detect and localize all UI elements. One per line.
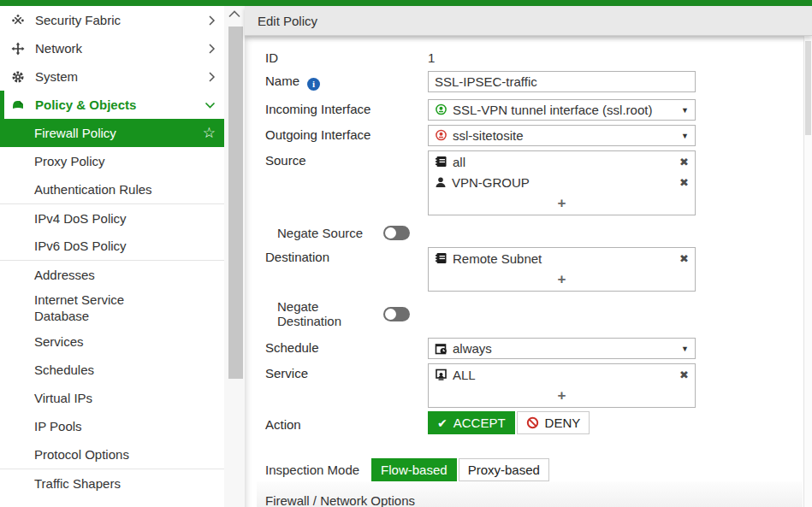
remove-entry-icon[interactable]: ✖	[679, 253, 689, 264]
recurring-schedule-icon	[435, 343, 447, 355]
sidebar-item-policy-objects[interactable]: Policy & Objects	[0, 91, 224, 119]
sidebar-item-label: Proxy Policy	[34, 154, 105, 168]
sidebar-item-proxy-policy[interactable]: Proxy Policy	[0, 147, 224, 175]
edit-policy-form: ID 1 Namei SSL-IPSEC-traffic Incoming In…	[265, 48, 812, 481]
outgoing-interface-select[interactable]: ssl-sitetosite ▼	[428, 125, 696, 146]
sidebar-item-label: Protocol Options	[34, 447, 129, 462]
form-row-schedule: Schedule always ▼	[265, 338, 812, 359]
sidebar-item-ipv4-dos-policy[interactable]: IPv4 DoS Policy	[0, 203, 224, 232]
form-row-action: Action ✔ ACCEPT DENY	[265, 411, 812, 434]
sidebar-item-ipv6-dos-policy[interactable]: IPv6 DoS Policy	[0, 232, 224, 260]
favorite-star-icon[interactable]: ☆	[203, 126, 216, 140]
form-row-negate-destination: Negate Destination	[265, 299, 812, 328]
flow-based-button[interactable]: Flow-based	[371, 458, 457, 481]
incoming-interface-select[interactable]: SSL-VPN tunnel interface (ssl.root) ▼	[428, 99, 696, 121]
sidebar-item-traffic-shapers[interactable]: Traffic Shapers	[0, 469, 224, 497]
outgoing-interface-value: ssl-sitetosite	[453, 128, 678, 143]
security-fabric-icon	[11, 14, 29, 27]
sidebar-item-addresses[interactable]: Addresses	[0, 260, 224, 288]
deny-prohibit-icon	[526, 416, 539, 429]
sidebar-item-label: Addresses	[34, 268, 95, 282]
content-scrollbar[interactable]	[803, 36, 812, 507]
incoming-interface-value: SSL-VPN tunnel interface (ssl.root)	[453, 103, 678, 117]
form-row-negate-source: Negate Source	[265, 226, 812, 240]
form-row-id: ID 1	[265, 48, 812, 65]
form-row-incoming-interface: Incoming Interface SSL-VPN tunnel interf…	[265, 99, 812, 121]
source-entry-name: all	[453, 155, 465, 169]
negate-destination-label: Negate Destination	[277, 299, 383, 328]
chevron-right-icon	[208, 43, 216, 54]
negate-destination-toggle[interactable]	[383, 307, 410, 321]
dropdown-caret-icon: ▼	[681, 106, 689, 115]
name-input[interactable]: SSL-IPSEC-traffic	[428, 71, 696, 92]
scroll-up-arrow-icon[interactable]	[226, 9, 243, 21]
form-row-outgoing-interface: Outgoing Interface ssl-sitetosite ▼	[265, 125, 812, 146]
destination-entry-remote-subnet[interactable]: Remote Subnet ✖	[429, 248, 695, 268]
dropdown-caret-icon: ▼	[681, 345, 689, 353]
flow-based-label: Flow-based	[381, 463, 447, 477]
source-entry-all[interactable]: all ✖	[429, 151, 695, 172]
form-row-service: Service ALL ✖ +	[265, 363, 812, 408]
check-icon: ✔	[437, 416, 447, 430]
proxy-based-button[interactable]: Proxy-based	[459, 458, 549, 481]
sidebar-item-label: Internet Service Database	[34, 292, 175, 324]
user-group-icon	[435, 176, 447, 188]
info-icon[interactable]: i	[307, 78, 320, 91]
destination-add-button[interactable]: +	[429, 268, 695, 291]
destination-label: Destination	[265, 247, 428, 264]
sidebar-item-label: Virtual IPs	[34, 391, 92, 405]
sidebar-item-protocol-options[interactable]: Protocol Options	[0, 440, 224, 469]
id-label: ID	[265, 48, 428, 65]
firewall-network-options-section-header: Firewall / Network Options	[257, 481, 803, 507]
plus-icon: +	[558, 387, 566, 404]
service-all-icon	[435, 368, 447, 381]
sidebar-item-authentication-rules[interactable]: Authentication Rules	[0, 175, 224, 203]
sidebar-item-network[interactable]: Network	[0, 34, 224, 62]
panel-header: Edit Policy	[245, 6, 812, 36]
content-scrollbar-thumb[interactable]	[805, 41, 811, 135]
service-entry-name: ALL	[453, 368, 476, 382]
service-add-button[interactable]: +	[429, 385, 695, 407]
incoming-interface-label: Incoming Interface	[265, 99, 428, 116]
move-icon	[11, 42, 29, 56]
action-label: Action	[265, 415, 428, 432]
policy-objects-icon	[11, 98, 29, 111]
form-row-source: Source all ✖ VPN-GROUP ✖	[265, 150, 812, 215]
source-label: Source	[265, 150, 428, 168]
sidebar-scrollbar[interactable]	[224, 6, 245, 507]
tunnel-interface-up-icon	[435, 103, 447, 116]
remove-entry-icon[interactable]: ✖	[679, 156, 689, 168]
page-title: Edit Policy	[258, 14, 317, 28]
sidebar-item-label: IPv6 DoS Policy	[34, 239, 127, 253]
sidebar-item-services[interactable]: Services	[0, 327, 224, 356]
sidebar-item-virtual-ips[interactable]: Virtual IPs	[0, 384, 224, 412]
sidebar-item-label: IP Pools	[34, 419, 82, 433]
source-add-button[interactable]: +	[429, 192, 695, 215]
service-entry-all[interactable]: ALL ✖	[429, 364, 695, 385]
source-box: all ✖ VPN-GROUP ✖ +	[428, 150, 696, 215]
sidebar-item-schedules[interactable]: Schedules	[0, 356, 224, 384]
sidebar-item-firewall-policy[interactable]: Firewall Policy ☆	[0, 119, 224, 147]
sidebar-scrollbar-thumb[interactable]	[228, 27, 243, 379]
negate-source-toggle[interactable]	[383, 226, 410, 240]
sidebar-item-system[interactable]: System	[0, 62, 224, 91]
form-row-inspection-mode: Inspection Mode Flow-based Proxy-based	[265, 458, 812, 481]
sidebar-item-label: Firewall Policy	[34, 126, 116, 140]
sidebar-item-label: Network	[35, 41, 82, 56]
deny-button[interactable]: DENY	[517, 411, 590, 434]
sidebar-item-security-fabric[interactable]: Security Fabric	[0, 6, 224, 34]
remove-entry-icon[interactable]: ✖	[679, 369, 689, 380]
accept-button[interactable]: ✔ ACCEPT	[428, 411, 515, 434]
name-label: Namei	[265, 71, 428, 91]
remove-entry-icon[interactable]: ✖	[679, 177, 689, 188]
top-green-bar	[0, 0, 812, 6]
sidebar-nav: Security Fabric Network System Policy & …	[0, 6, 224, 507]
outgoing-interface-label: Outgoing Interface	[265, 125, 428, 142]
sidebar-item-ip-pools[interactable]: IP Pools	[0, 412, 224, 440]
main-panel: Edit Policy ID 1 Namei SSL-IPSEC-traffic…	[245, 6, 812, 507]
source-entry-vpn-group[interactable]: VPN-GROUP ✖	[429, 172, 695, 192]
gear-icon	[11, 70, 29, 84]
id-value: 1	[428, 48, 435, 65]
sidebar-item-internet-service-database[interactable]: Internet Service Database	[0, 288, 224, 327]
schedule-select[interactable]: always ▼	[428, 338, 696, 359]
